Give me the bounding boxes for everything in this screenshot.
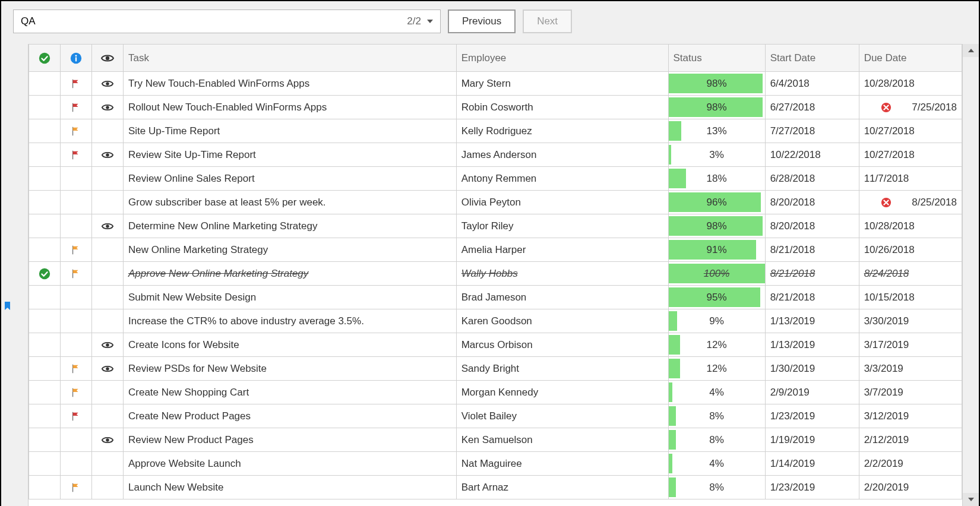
- cell-done[interactable]: [29, 381, 61, 404]
- cell-flag[interactable]: [61, 191, 92, 214]
- cell-employee[interactable]: Ken Samuelson: [456, 428, 668, 452]
- cell-status[interactable]: 96%: [668, 191, 765, 214]
- cell-watch[interactable]: [92, 476, 124, 499]
- cell-employee[interactable]: Olivia Peyton: [456, 191, 668, 214]
- cell-task[interactable]: Create Icons for Website: [124, 333, 457, 357]
- cell-watch[interactable]: [92, 262, 124, 286]
- cell-task[interactable]: Review New Product Pages: [124, 428, 457, 452]
- table-row[interactable]: Create Icons for Website Marcus Orbison …: [29, 333, 962, 357]
- column-header-start[interactable]: Start Date: [765, 45, 859, 72]
- cell-status[interactable]: 95%: [668, 286, 765, 309]
- cell-status[interactable]: 98%: [668, 96, 765, 119]
- table-row[interactable]: Grow subscriber base at least 5% per wee…: [29, 191, 962, 214]
- table-row[interactable]: Approve New Online Marketing Strategy Wa…: [29, 262, 962, 286]
- cell-start-date[interactable]: 1/13/2019: [765, 309, 859, 333]
- table-row[interactable]: Increase the CTR% to above industry aver…: [29, 309, 962, 333]
- cell-due-date[interactable]: 2/20/2019: [859, 476, 962, 499]
- cell-status[interactable]: 9%: [668, 309, 765, 333]
- cell-employee[interactable]: Robin Cosworth: [456, 96, 668, 119]
- cell-watch[interactable]: [92, 238, 124, 262]
- cell-watch[interactable]: [92, 404, 124, 428]
- cell-status[interactable]: 13%: [668, 119, 765, 143]
- cell-done[interactable]: [29, 72, 61, 96]
- cell-watch[interactable]: [92, 452, 124, 476]
- cell-due-date[interactable]: 11/7/2018: [859, 167, 962, 191]
- cell-task[interactable]: Review Site Up-Time Report: [124, 143, 457, 167]
- scroll-down-button[interactable]: [963, 493, 979, 506]
- cell-employee[interactable]: Morgan Kennedy: [456, 381, 668, 404]
- cell-task[interactable]: Create New Product Pages: [124, 404, 457, 428]
- cell-status[interactable]: 8%: [668, 476, 765, 499]
- cell-status[interactable]: 12%: [668, 357, 765, 381]
- table-row[interactable]: New Online Marketing Strategy Amelia Har…: [29, 238, 962, 262]
- cell-flag[interactable]: [61, 286, 92, 309]
- cell-start-date[interactable]: 1/13/2019: [765, 333, 859, 357]
- cell-employee[interactable]: James Anderson: [456, 143, 668, 167]
- cell-flag[interactable]: [61, 262, 92, 286]
- cell-due-date[interactable]: 3/17/2019: [859, 333, 962, 357]
- cell-watch[interactable]: [92, 357, 124, 381]
- table-row[interactable]: Try New Touch-Enabled WinForms Apps Mary…: [29, 72, 962, 96]
- cell-done[interactable]: [29, 96, 61, 119]
- cell-watch[interactable]: [92, 96, 124, 119]
- cell-start-date[interactable]: 2/9/2019: [765, 381, 859, 404]
- cell-start-date[interactable]: 7/27/2018: [765, 119, 859, 143]
- cell-start-date[interactable]: 6/28/2018: [765, 167, 859, 191]
- vertical-scrollbar[interactable]: [962, 44, 979, 506]
- table-row[interactable]: Create New Shopping Cart Morgan Kennedy …: [29, 381, 962, 404]
- table-row[interactable]: Launch New Website Bart Arnaz 8% 1/23/20…: [29, 476, 962, 499]
- column-header-priority[interactable]: [61, 45, 92, 72]
- cell-start-date[interactable]: 6/27/2018: [765, 96, 859, 119]
- cell-employee[interactable]: Amelia Harper: [456, 238, 668, 262]
- column-header-due[interactable]: Due Date: [859, 45, 962, 72]
- cell-start-date[interactable]: 1/23/2019: [765, 404, 859, 428]
- cell-employee[interactable]: Sandy Bright: [456, 357, 668, 381]
- cell-employee[interactable]: Kelly Rodriguez: [456, 119, 668, 143]
- cell-task[interactable]: New Online Marketing Strategy: [124, 238, 457, 262]
- cell-task[interactable]: Approve New Online Marketing Strategy: [124, 262, 457, 286]
- cell-start-date[interactable]: 1/19/2019: [765, 428, 859, 452]
- cell-start-date[interactable]: 1/30/2019: [765, 357, 859, 381]
- cell-done[interactable]: [29, 238, 61, 262]
- cell-employee[interactable]: Nat Maguiree: [456, 452, 668, 476]
- cell-flag[interactable]: [61, 214, 92, 238]
- cell-flag[interactable]: [61, 381, 92, 404]
- cell-due-date[interactable]: 10/28/2018: [859, 72, 962, 96]
- cell-status[interactable]: 100%: [668, 262, 765, 286]
- cell-due-date[interactable]: 8/24/2018: [859, 262, 962, 286]
- cell-watch[interactable]: [92, 72, 124, 96]
- cell-employee[interactable]: Bart Arnaz: [456, 476, 668, 499]
- cell-employee[interactable]: Karen Goodson: [456, 309, 668, 333]
- cell-start-date[interactable]: 8/21/2018: [765, 262, 859, 286]
- cell-watch[interactable]: [92, 381, 124, 404]
- search-input[interactable]: [20, 15, 407, 28]
- cell-flag[interactable]: [61, 72, 92, 96]
- cell-employee[interactable]: Taylor Riley: [456, 214, 668, 238]
- cell-due-date[interactable]: 3/12/2019: [859, 404, 962, 428]
- search-box[interactable]: 2/2: [13, 10, 441, 33]
- cell-status[interactable]: 91%: [668, 238, 765, 262]
- scroll-up-button[interactable]: [963, 44, 979, 57]
- table-row[interactable]: Determine New Online Marketing Strategy …: [29, 214, 962, 238]
- cell-task[interactable]: Increase the CTR% to above industry aver…: [124, 309, 457, 333]
- cell-status[interactable]: 12%: [668, 333, 765, 357]
- table-row[interactable]: Rollout New Touch-Enabled WinForms Apps …: [29, 96, 962, 119]
- cell-done[interactable]: [29, 428, 61, 452]
- table-row[interactable]: Review Online Sales Report Antony Remmen…: [29, 167, 962, 191]
- previous-button[interactable]: Previous: [448, 10, 516, 33]
- cell-done[interactable]: [29, 476, 61, 499]
- cell-done[interactable]: [29, 404, 61, 428]
- cell-done[interactable]: [29, 309, 61, 333]
- cell-task[interactable]: Submit New Website Design: [124, 286, 457, 309]
- cell-flag[interactable]: [61, 238, 92, 262]
- cell-task[interactable]: Review PSDs for New Website: [124, 357, 457, 381]
- cell-done[interactable]: [29, 119, 61, 143]
- cell-employee[interactable]: Marcus Orbison: [456, 333, 668, 357]
- cell-due-date[interactable]: 10/26/2018: [859, 238, 962, 262]
- cell-flag[interactable]: [61, 452, 92, 476]
- cell-flag[interactable]: [61, 357, 92, 381]
- table-row[interactable]: Submit New Website Design Brad Jameson 9…: [29, 286, 962, 309]
- cell-task[interactable]: Rollout New Touch-Enabled WinForms Apps: [124, 96, 457, 119]
- cell-watch[interactable]: [92, 214, 124, 238]
- table-row[interactable]: Review New Product Pages Ken Samuelson 8…: [29, 428, 962, 452]
